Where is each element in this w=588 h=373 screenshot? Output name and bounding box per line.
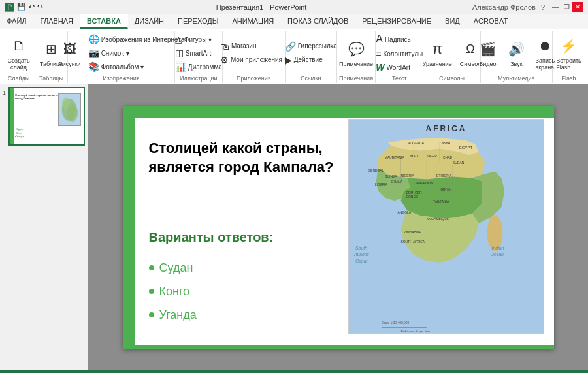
close-button[interactable]: ✕ [572, 2, 583, 12]
answer-text-2: Конго [159, 280, 190, 303]
pictures-icon: 🖼 [59, 39, 80, 59]
photoalbum-icon: 📚 [88, 61, 99, 72]
quick-save-icon[interactable]: 💾 [17, 3, 26, 11]
slide-thumbnail-1[interactable]: Столицей какой страны, является город Ка… [8, 87, 85, 146]
answer-item-1: Судан [149, 256, 197, 280]
ribbon-group-multimedia: 🎬 Видео 🔊 Звук ⏺ Записьэкрана Мультимеди… [481, 31, 553, 83]
thumb-question-text: Столицей какой страны, является город Ка… [15, 93, 61, 100]
images-group-label: Изображения [103, 75, 140, 82]
wordart-icon: W [376, 62, 384, 73]
svg-text:NIGER: NIGER [427, 154, 437, 157]
chart-button[interactable]: 📊 Диаграмма [172, 60, 225, 73]
store-button[interactable]: 🛍 Магазин [218, 40, 290, 53]
svg-text:DEM. REP.: DEM. REP. [406, 191, 422, 195]
shapes-button[interactable]: △ Фигуры ▾ [172, 33, 225, 46]
audio-button[interactable]: 🔊 Звук [502, 37, 530, 69]
bullet-3 [149, 312, 154, 317]
svg-point-3 [67, 105, 78, 122]
video-button[interactable]: 🎬 Видео [474, 37, 501, 69]
ribbon-group-flash: ⚡ ВстроитьFlash Flash [553, 31, 585, 83]
tab-review[interactable]: РЕЦЕНЗИРОВАНИЕ [355, 14, 438, 29]
thumb-green-left [10, 88, 14, 144]
tab-design[interactable]: ДИЗАЙН [128, 14, 171, 29]
online-images-icon: 🌐 [88, 34, 99, 44]
hyperlink-icon: 🔗 [285, 41, 296, 52]
action-icon: ▶ [285, 55, 292, 65]
tab-file[interactable]: ФАЙЛ [0, 14, 34, 29]
svg-text:GHANA: GHANA [391, 180, 402, 184]
slide-map-area: AFRICA [348, 119, 544, 334]
slides-group-label: Слайды [8, 75, 30, 82]
wordart-button[interactable]: W WordArt [373, 61, 425, 74]
header-button[interactable]: ≡ Колонтитулы [373, 47, 425, 60]
smartart-button[interactable]: ◫ SmartArt [172, 46, 225, 59]
svg-text:South: South [355, 245, 367, 250]
svg-text:MALI: MALI [410, 154, 418, 157]
svg-text:LIBERIA: LIBERIA [374, 183, 387, 186]
redo-icon[interactable]: ↪ [37, 3, 43, 11]
answer-item-2: Конго [149, 280, 197, 303]
tables-group-label: Таблицы [39, 75, 63, 82]
undo-icon[interactable]: ↩ [29, 3, 35, 11]
slide-canvas[interactable]: Столицей какой страны, является город Ка… [123, 106, 554, 349]
tab-insert[interactable]: ВСТАВКА [80, 14, 128, 29]
slide-number-label: 1 [3, 89, 6, 96]
illustrations-group-label: Иллюстрации [180, 75, 218, 82]
svg-text:AFRICA: AFRICA [425, 123, 466, 133]
slide-panel: 1 Столицей какой страны, является город … [0, 84, 88, 370]
store-icon: 🛍 [220, 41, 229, 52]
bullet-1 [149, 265, 154, 270]
equation-button[interactable]: π Уравнение [419, 37, 455, 69]
textbox-button[interactable]: A Надпись [373, 32, 425, 46]
svg-text:ANGOLA: ANGOLA [397, 211, 411, 214]
action-button[interactable]: ▶ Действие [282, 54, 340, 67]
slide-answers-title: Варианты ответов: [149, 230, 274, 245]
smartart-icon: ◫ [175, 48, 184, 58]
slide-green-top-bar [123, 106, 554, 118]
help-button[interactable]: ? [541, 3, 545, 11]
header-icon: ≡ [376, 48, 381, 59]
hyperlink-button[interactable]: 🔗 Гиперссылка [282, 40, 340, 53]
text-col: A Надпись ≡ Колонтитулы W WordArt [373, 32, 425, 74]
apps-col: 🛍 Магазин ⚙ Мои приложения ▾ [218, 40, 290, 67]
svg-text:MAURITANIA: MAURITANIA [384, 155, 404, 159]
tab-view[interactable]: ВИД [438, 14, 467, 29]
tab-transitions[interactable]: ПЕРЕХОДЫ [171, 14, 225, 29]
svg-text:ETHIOPIA: ETHIOPIA [436, 174, 452, 177]
myapps-icon: ⚙ [220, 55, 229, 65]
create-slide-icon: 🗋 [8, 35, 29, 56]
flash-button[interactable]: ⚡ ВстроитьFlash [553, 33, 584, 73]
create-slide-button[interactable]: 🗋 Создатьслайд [4, 33, 33, 73]
svg-text:Ocean: Ocean [355, 258, 368, 263]
slide-green-left-bar [123, 106, 135, 349]
status-bar: СЛАЙД 1 ИЗ 1 ✓ РУССКИЙ ЗАМЕТКИ ПРИМЕЧАНИ… [0, 370, 588, 373]
svg-text:CONGO: CONGO [406, 195, 418, 199]
myapps-button[interactable]: ⚙ Мои приложения ▾ [218, 54, 290, 67]
ribbon-group-symbols: π Уравнение Ω Символ Символы [423, 31, 481, 83]
tab-home[interactable]: ГЛАВНАЯ [34, 14, 80, 29]
minimize-button[interactable]: — [550, 2, 561, 12]
svg-text:KENYA: KENYA [440, 188, 451, 191]
shapes-icon: △ [175, 34, 182, 44]
slide-green-bottom-bar [123, 345, 554, 349]
equation-icon: π [427, 39, 448, 59]
svg-text:Robinson Projection: Robinson Projection [400, 329, 430, 332]
answer-item-3: Уганда [149, 303, 197, 327]
svg-text:Indian: Indian [491, 245, 504, 250]
svg-text:ZIMBABWE: ZIMBABWE [404, 230, 421, 233]
tab-acrobat[interactable]: ACROBAT [467, 14, 515, 29]
svg-text:CHAD: CHAD [443, 155, 452, 159]
restore-button[interactable]: ❐ [561, 2, 572, 12]
flash-icon: ⚡ [559, 35, 580, 56]
comment-button[interactable]: 💬 Примечание [336, 37, 376, 69]
svg-text:Scale 1:30,400,000: Scale 1:30,400,000 [381, 321, 409, 325]
tab-slideshow[interactable]: ПОКАЗ СЛАЙДОВ [281, 14, 355, 29]
answer-text-3: Уганда [159, 303, 197, 327]
thumb-map-area [58, 93, 81, 126]
main-area: 1 Столицей какой страны, является город … [0, 84, 588, 370]
flash-group-label: Flash [561, 75, 576, 82]
svg-text:CAMEROON: CAMEROON [414, 182, 433, 185]
comment-icon: 💬 [346, 39, 367, 59]
pictures-button[interactable]: 🖼 Рисунки [56, 37, 84, 69]
tab-animation[interactable]: АНИМАЦИЯ [225, 14, 281, 29]
